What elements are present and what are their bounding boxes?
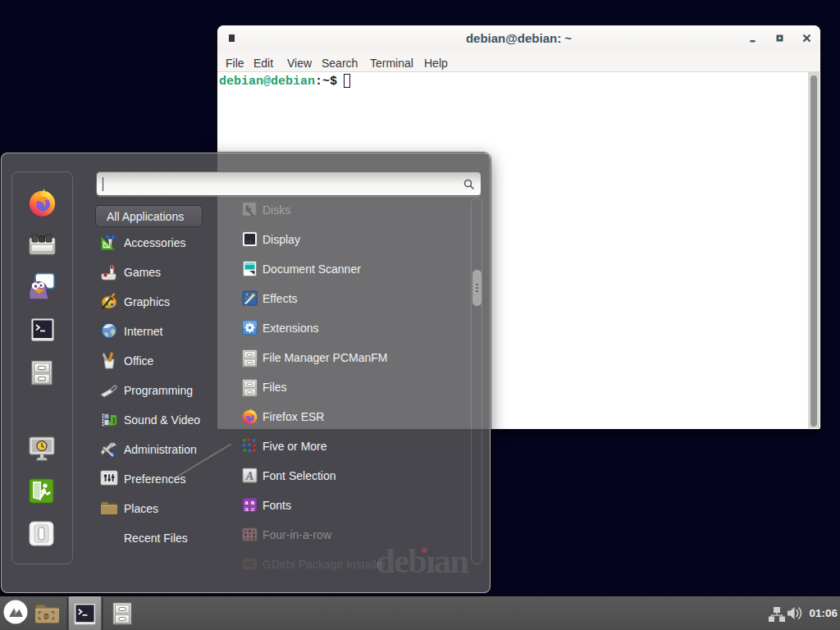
- svg-text:A: A: [245, 470, 253, 482]
- svg-text:D: D: [43, 613, 48, 622]
- svg-text:a: a: [244, 505, 249, 513]
- svg-text:a: a: [251, 505, 254, 513]
